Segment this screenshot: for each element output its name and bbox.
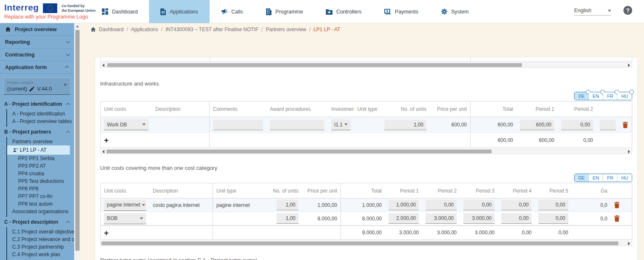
lang-tab-fr[interactable]: FR [603, 92, 617, 100]
lang-tab-en[interactable]: EN [589, 92, 603, 100]
nav-payments[interactable]: Payments [373, 0, 430, 23]
no-of-units-input[interactable] [277, 213, 298, 224]
lang-tab-en[interactable]: EN [589, 174, 603, 182]
sidebar-item-a-identification[interactable]: A - Project identification [7, 110, 70, 118]
no-of-units-input[interactable] [277, 200, 298, 210]
multicategory-table: Unit costs Description Unit type No. of … [100, 183, 632, 240]
sidebar-item-reporting[interactable]: Reporting [0, 36, 74, 48]
unit-cost-select[interactable]: Work DB [104, 119, 149, 130]
sidebar-item-partner-pp5[interactable]: PP5 Test deductions [7, 177, 70, 185]
language-select[interactable]: English [574, 8, 611, 16]
delete-row-button[interactable] [614, 215, 620, 222]
award-procedures-input[interactable] [270, 120, 325, 130]
period1-input[interactable] [389, 200, 419, 210]
project-version-select[interactable]: Project version (current) V.44.0 [3, 78, 71, 95]
period3-input[interactable] [463, 200, 495, 210]
home-icon[interactable] [90, 27, 96, 32]
sidebar-item-contracting[interactable]: Contracting [0, 48, 74, 61]
period4-input[interactable] [501, 213, 532, 224]
no-of-units-input[interactable] [384, 120, 426, 130]
sidebar-item-partner-pp4[interactable]: PP4 croatia [7, 170, 70, 177]
help-button[interactable]: ? [623, 6, 632, 15]
lang-tab-hu[interactable]: HU [617, 92, 632, 100]
chevron-down-icon [142, 204, 145, 206]
sidebar-item-partner-pp3[interactable]: PP3 PP2 AT [7, 162, 70, 170]
scroll-up-arrow-icon[interactable] [75, 23, 80, 29]
sidebar-item-application-form[interactable]: Application form [0, 61, 74, 74]
unit-cost-select[interactable]: BOB [104, 213, 146, 224]
lang-tab-hu[interactable]: HU [617, 174, 632, 182]
scroll-left-arrow-icon[interactable] [101, 149, 106, 154]
nav-dashboard[interactable]: Dashboard [90, 0, 149, 23]
horizontal-scrollbar-top[interactable] [100, 62, 632, 68]
lang-tab-de[interactable]: DE [575, 174, 589, 182]
period2-input[interactable] [426, 200, 457, 210]
sidebar-item-c2[interactable]: C.2 Project relevance and context [7, 236, 70, 243]
add-row-button[interactable]: + [104, 229, 109, 237]
sidebar-item-partner-pp7[interactable]: PP7 PP7 co-fin [7, 193, 70, 200]
scroll-left-arrow-icon[interactable] [101, 63, 106, 67]
sidebar-section-b[interactable]: B - Project partners [4, 127, 70, 137]
sidebar-item-partner-pp2[interactable]: PP2 PP1 Serbia [7, 155, 70, 162]
scroll-right-arrow-icon[interactable] [626, 149, 632, 154]
sidebar-item-c4[interactable]: C.4 Project work plan [7, 251, 70, 258]
sidebar-item-c3[interactable]: C.3 Project partnership [7, 243, 70, 251]
sidebar-section-c[interactable]: C - Project description [4, 217, 70, 227]
add-row-button[interactable]: + [104, 136, 109, 144]
sidebar-scrollbar-thumb[interactable] [75, 30, 80, 251]
nav-programme[interactable]: Programme [254, 0, 314, 23]
horizontal-scrollbar-infrastructure[interactable] [100, 149, 632, 154]
applications-icon [160, 8, 166, 15]
scroll-right-arrow-icon[interactable] [626, 63, 632, 67]
period4-input[interactable] [501, 200, 532, 210]
sidebar-item-associated-organisations[interactable]: Associated organisations [7, 208, 70, 215]
nav-controllers[interactable]: Controllers [314, 0, 373, 23]
sidebar: Project overview Reporting Contracting A… [0, 23, 74, 260]
breadcrumb-dashboard[interactable]: Dashboard [99, 27, 124, 32]
sidebar-item-partner-lp1[interactable]: LP1 LP - AT [7, 145, 70, 155]
nav-label: Calls [232, 9, 243, 15]
sidebar-item-partner-pp8[interactable]: PP8 test autom [7, 200, 70, 208]
sidebar-item-project-overview[interactable]: Project overview [0, 23, 74, 36]
sidebar-item-partners-overview[interactable]: Partners overview [7, 138, 70, 145]
unit-cost-select[interactable]: pagine internet [104, 200, 146, 211]
nav-calls[interactable]: Calls [210, 0, 255, 23]
breadcrumb-project[interactable]: INT4300093 – TEST after Finalise NOTIF [165, 27, 258, 32]
scrollbar-thumb[interactable] [107, 63, 522, 67]
period2-input[interactable] [426, 213, 457, 224]
delete-row-button[interactable] [614, 202, 620, 208]
chevron-down-icon [64, 84, 67, 86]
period1-input[interactable] [520, 120, 554, 130]
trash-icon [614, 202, 620, 208]
sidebar-item-c1[interactable]: C.1 Project overall objective [7, 228, 70, 236]
breadcrumb-partners-overview[interactable]: Partners overview [266, 27, 306, 32]
sidebar-section-a[interactable]: A - Project identification [4, 99, 70, 109]
comments-input[interactable] [213, 120, 263, 130]
period5-input[interactable] [538, 200, 568, 210]
scrollbar-thumb[interactable] [106, 150, 492, 153]
programme-logo: Interreg Co-funded bythe European Union [4, 3, 96, 13]
sidebar-item-a-overview-tables[interactable]: A - Project overview tables [7, 118, 70, 125]
delete-row-button[interactable] [623, 122, 628, 128]
sidebar-scrollbar[interactable] [74, 23, 80, 260]
nav-system[interactable]: System [430, 0, 480, 23]
chevron-up-icon [66, 220, 70, 225]
multicategory-totals-row: + 9.000,00 3.000,00 3.000,00 3.000,00 0,… [101, 225, 632, 239]
lang-tab-de[interactable]: DE [575, 92, 589, 100]
sidebar-item-wp1[interactable]: WP1 [7, 258, 70, 260]
sidebar-item-partner-pp6[interactable]: PP6 PP6 [7, 185, 70, 193]
trash-icon [623, 122, 628, 128]
horizontal-scrollbar-multicategory[interactable] [100, 241, 632, 246]
investment-select[interactable]: I1.1 [331, 119, 351, 130]
period3-input-clipped[interactable] [600, 120, 616, 130]
breadcrumb-applications[interactable]: Applications [131, 27, 158, 32]
nav-applications[interactable]: Applications [149, 0, 209, 23]
scrollbar-thumb[interactable] [101, 241, 618, 245]
period3-input[interactable] [463, 213, 495, 224]
scroll-right-arrow-icon[interactable] [626, 241, 632, 246]
period1-input[interactable] [389, 213, 419, 224]
period5-input[interactable] [538, 213, 568, 224]
lang-tab-fr[interactable]: FR [603, 174, 617, 182]
chevron-up-icon [66, 102, 70, 107]
period2-input[interactable] [561, 120, 593, 130]
